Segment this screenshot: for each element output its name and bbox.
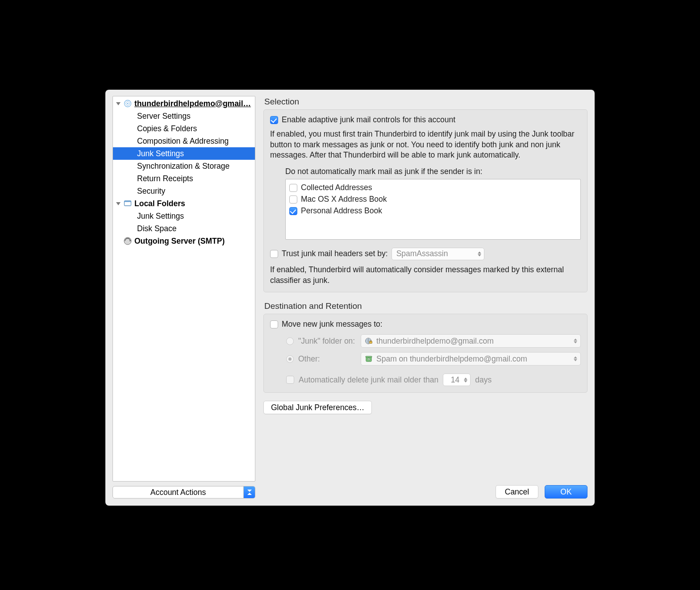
- svg-marker-9: [247, 490, 252, 492]
- sidebar-column: thunderbirdhelpdemo@gmail… Server Settin…: [112, 96, 255, 499]
- local-folders-row[interactable]: Local Folders: [113, 197, 255, 210]
- select-arrows-icon: [574, 357, 577, 361]
- sidebar-item-sync-storage[interactable]: Synchronization & Storage: [113, 160, 255, 172]
- auto-delete-checkbox[interactable]: [286, 376, 294, 384]
- accounts-tree[interactable]: thunderbirdhelpdemo@gmail… Server Settin…: [112, 96, 255, 482]
- account-actions-label: Account Actions: [113, 486, 243, 498]
- address-book-list[interactable]: Collected Addresses Mac OS X Address Boo…: [285, 179, 581, 240]
- smtp-row[interactable]: Outgoing Server (SMTP): [113, 235, 255, 247]
- local-folders-icon: [124, 199, 132, 208]
- move-junk-checkbox[interactable]: [270, 320, 278, 328]
- chevron-down-icon[interactable]: [116, 201, 121, 206]
- local-folders-label: Local Folders: [134, 199, 185, 208]
- spam-folder-icon: [365, 355, 373, 363]
- svg-marker-12: [478, 254, 481, 256]
- destination-panel: Move new junk messages to: "Junk" folder…: [263, 314, 588, 393]
- sidebar-item-copies-folders[interactable]: Copies & Folders: [113, 122, 255, 135]
- ab-item-macos[interactable]: Mac OS X Address Book: [289, 194, 577, 205]
- ok-button[interactable]: OK: [545, 485, 588, 499]
- ab-item-personal[interactable]: Personal Address Book: [289, 205, 577, 217]
- trust-headers-label: Trust junk mail headers set by:: [282, 249, 388, 258]
- auto-delete-days-stepper[interactable]: 14: [443, 374, 471, 386]
- stepper-arrows-icon: [464, 378, 467, 382]
- account-icon: [124, 100, 132, 108]
- select-arrows-icon: [574, 339, 577, 344]
- junk-folder-radio[interactable]: [286, 337, 294, 345]
- svg-marker-24: [464, 380, 467, 382]
- sidebar-item-security[interactable]: Security: [113, 185, 255, 197]
- svg-rect-19: [366, 356, 372, 357]
- ab-checkbox[interactable]: [289, 207, 297, 215]
- smtp-icon: [124, 237, 132, 245]
- cancel-button[interactable]: Cancel: [496, 485, 538, 499]
- select-arrows-icon: [478, 251, 481, 256]
- junk-folder-select[interactable]: thunderbirdhelpdemo@gmail.com: [361, 334, 581, 348]
- sidebar-item-composition[interactable]: Composition & Addressing: [113, 135, 255, 147]
- svg-marker-0: [116, 102, 121, 105]
- svg-marker-11: [478, 251, 481, 253]
- account-label: thunderbirdhelpdemo@gmail…: [134, 99, 251, 108]
- svg-point-3: [127, 103, 128, 104]
- globe-icon: [365, 337, 373, 345]
- global-junk-prefs-button[interactable]: Global Junk Preferences…: [263, 401, 372, 414]
- auto-delete-unit: days: [475, 375, 492, 385]
- whitelist-label: Do not automatically mark mail as junk i…: [285, 167, 581, 176]
- sidebar-item-local-junk[interactable]: Junk Settings: [113, 210, 255, 222]
- destination-title: Destination and Retention: [264, 301, 588, 311]
- sidebar-item-server-settings[interactable]: Server Settings: [113, 110, 255, 122]
- svg-marker-17: [574, 341, 577, 344]
- ab-checkbox[interactable]: [289, 184, 297, 192]
- account-row[interactable]: thunderbirdhelpdemo@gmail…: [113, 97, 255, 110]
- selection-title: Selection: [264, 97, 588, 107]
- svg-marker-21: [574, 357, 577, 359]
- preferences-window: thunderbirdhelpdemo@gmail… Server Settin…: [105, 90, 595, 506]
- other-folder-select[interactable]: Spam on thunderbirdhelpdemo@gmail.com: [361, 352, 581, 366]
- selection-help-1: If enabled, you must first train Thunder…: [270, 129, 581, 161]
- svg-marker-4: [116, 202, 121, 205]
- content-area: thunderbirdhelpdemo@gmail… Server Settin…: [112, 96, 588, 499]
- dialog-footer: Cancel OK: [263, 473, 588, 499]
- account-actions-arrow[interactable]: [243, 486, 255, 498]
- chevron-down-icon[interactable]: [116, 101, 121, 106]
- account-actions-dropdown[interactable]: Account Actions: [112, 486, 255, 499]
- ab-item-collected[interactable]: Collected Addresses: [289, 182, 577, 194]
- enable-adaptive-label: Enable adaptive junk mail controls for t…: [282, 115, 455, 125]
- svg-marker-23: [464, 378, 467, 380]
- other-folder-radio[interactable]: [286, 355, 294, 363]
- svg-marker-10: [247, 493, 252, 495]
- trust-headers-checkbox[interactable]: [270, 250, 278, 258]
- sidebar-item-disk-space[interactable]: Disk Space: [113, 222, 255, 235]
- enable-adaptive-checkbox[interactable]: [270, 116, 278, 124]
- move-junk-label: Move new junk messages to:: [282, 320, 383, 329]
- svg-marker-22: [574, 359, 577, 361]
- junk-folder-label: "Junk" folder on:: [298, 337, 356, 346]
- trust-headers-select[interactable]: SpamAssassin: [392, 248, 484, 260]
- sidebar-item-return-receipts[interactable]: Return Receipts: [113, 172, 255, 185]
- other-folder-label: Other:: [298, 354, 356, 364]
- selection-panel: Enable adaptive junk mail controls for t…: [263, 109, 588, 292]
- settings-pane: Selection Enable adaptive junk mail cont…: [263, 96, 588, 499]
- selection-help-2: If enabled, Thunderbird will automatical…: [270, 265, 581, 286]
- svg-rect-6: [125, 201, 131, 202]
- auto-delete-label: Automatically delete junk mail older tha…: [299, 375, 438, 385]
- window-shadow: thunderbirdhelpdemo@gmail… Server Settin…: [88, 70, 612, 520]
- svg-marker-16: [574, 339, 577, 341]
- ab-checkbox[interactable]: [289, 195, 297, 204]
- smtp-label: Outgoing Server (SMTP): [134, 237, 225, 246]
- sidebar-item-junk-settings[interactable]: Junk Settings: [113, 147, 255, 160]
